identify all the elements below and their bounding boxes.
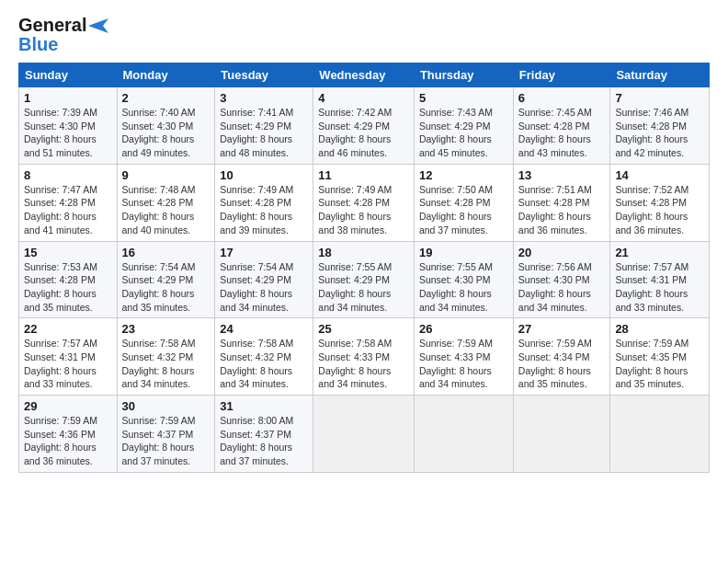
calendar-cell: 30Sunrise: 7:59 AM Sunset: 4:37 PM Dayli… — [117, 396, 215, 473]
day-info: Sunrise: 7:56 AM Sunset: 4:30 PM Dayligh… — [518, 260, 606, 315]
day-number: 9 — [122, 168, 210, 182]
day-number: 2 — [122, 91, 210, 105]
calendar-cell: 26Sunrise: 7:59 AM Sunset: 4:33 PM Dayli… — [414, 318, 513, 396]
calendar-cell: 16Sunrise: 7:54 AM Sunset: 4:29 PM Dayli… — [117, 241, 215, 318]
day-info: Sunrise: 7:58 AM Sunset: 4:33 PM Dayligh… — [318, 337, 409, 391]
logo-bird-icon — [88, 17, 108, 35]
day-number: 18 — [318, 246, 409, 259]
day-number: 21 — [615, 246, 704, 259]
day-number: 4 — [318, 91, 409, 105]
calendar-cell — [610, 396, 710, 473]
header: General Blue — [18, 15, 710, 55]
day-info: Sunrise: 7:55 AM Sunset: 4:30 PM Dayligh… — [419, 260, 508, 315]
day-number: 16 — [122, 246, 210, 259]
calendar-day-header: Saturday — [610, 63, 710, 87]
calendar-cell: 21Sunrise: 7:57 AM Sunset: 4:31 PM Dayli… — [610, 241, 710, 318]
calendar-cell: 13Sunrise: 7:51 AM Sunset: 4:28 PM Dayli… — [513, 164, 610, 241]
calendar-cell: 24Sunrise: 7:58 AM Sunset: 4:32 PM Dayli… — [215, 318, 313, 396]
day-number: 7 — [615, 91, 704, 105]
calendar-cell — [414, 396, 513, 473]
calendar-cell: 9Sunrise: 7:48 AM Sunset: 4:28 PM Daylig… — [117, 164, 215, 241]
day-number: 5 — [419, 91, 508, 105]
day-number: 24 — [220, 322, 308, 336]
calendar-day-header: Wednesday — [313, 63, 415, 87]
day-number: 25 — [318, 322, 409, 336]
day-number: 13 — [518, 168, 606, 182]
calendar-cell: 25Sunrise: 7:58 AM Sunset: 4:33 PM Dayli… — [313, 318, 415, 396]
calendar-cell: 15Sunrise: 7:53 AM Sunset: 4:28 PM Dayli… — [19, 241, 118, 318]
calendar-cell: 5Sunrise: 7:43 AM Sunset: 4:29 PM Daylig… — [414, 87, 513, 165]
calendar-header-row: SundayMondayTuesdayWednesdayThursdayFrid… — [19, 63, 710, 87]
day-number: 15 — [24, 246, 112, 259]
calendar-cell: 23Sunrise: 7:58 AM Sunset: 4:32 PM Dayli… — [117, 318, 215, 396]
day-info: Sunrise: 7:51 AM Sunset: 4:28 PM Dayligh… — [518, 183, 606, 237]
day-info: Sunrise: 7:58 AM Sunset: 4:32 PM Dayligh… — [220, 337, 308, 391]
day-number: 26 — [419, 322, 508, 336]
calendar-day-header: Sunday — [19, 63, 118, 87]
day-number: 6 — [518, 91, 606, 105]
calendar-cell: 29Sunrise: 7:59 AM Sunset: 4:36 PM Dayli… — [19, 396, 118, 473]
calendar-cell: 8Sunrise: 7:47 AM Sunset: 4:28 PM Daylig… — [19, 164, 118, 241]
calendar-cell: 20Sunrise: 7:56 AM Sunset: 4:30 PM Dayli… — [513, 241, 610, 318]
day-number: 3 — [220, 91, 308, 105]
day-number: 10 — [220, 168, 308, 182]
day-number: 22 — [24, 322, 112, 336]
calendar-cell: 7Sunrise: 7:46 AM Sunset: 4:28 PM Daylig… — [610, 87, 710, 165]
calendar-cell: 14Sunrise: 7:52 AM Sunset: 4:28 PM Dayli… — [610, 164, 710, 241]
day-info: Sunrise: 7:50 AM Sunset: 4:28 PM Dayligh… — [419, 183, 508, 237]
day-number: 17 — [220, 246, 308, 259]
day-info: Sunrise: 7:49 AM Sunset: 4:28 PM Dayligh… — [318, 183, 409, 237]
day-number: 23 — [122, 322, 210, 336]
day-info: Sunrise: 7:53 AM Sunset: 4:28 PM Dayligh… — [24, 260, 112, 315]
calendar-table: SundayMondayTuesdayWednesdayThursdayFrid… — [18, 63, 710, 473]
calendar-cell: 2Sunrise: 7:40 AM Sunset: 4:30 PM Daylig… — [117, 87, 215, 165]
page-container: General Blue SundayMondayTuesdayWednesda… — [0, 0, 728, 482]
logo-blue: Blue — [18, 34, 58, 55]
calendar-cell: 3Sunrise: 7:41 AM Sunset: 4:29 PM Daylig… — [215, 87, 313, 165]
calendar-cell: 12Sunrise: 7:50 AM Sunset: 4:28 PM Dayli… — [414, 164, 513, 241]
day-number: 30 — [122, 399, 210, 413]
calendar-cell: 19Sunrise: 7:55 AM Sunset: 4:30 PM Dayli… — [414, 241, 513, 318]
calendar-cell: 31Sunrise: 8:00 AM Sunset: 4:37 PM Dayli… — [215, 396, 313, 473]
logo-general: General — [18, 15, 86, 36]
calendar-cell: 4Sunrise: 7:42 AM Sunset: 4:29 PM Daylig… — [313, 87, 415, 165]
day-number: 1 — [24, 91, 112, 105]
calendar-cell — [313, 396, 415, 473]
calendar-cell: 28Sunrise: 7:59 AM Sunset: 4:35 PM Dayli… — [610, 318, 710, 396]
logo-block: General Blue — [18, 15, 108, 55]
day-info: Sunrise: 7:43 AM Sunset: 4:29 PM Dayligh… — [419, 106, 508, 160]
day-info: Sunrise: 7:55 AM Sunset: 4:29 PM Dayligh… — [318, 260, 409, 315]
day-info: Sunrise: 8:00 AM Sunset: 4:37 PM Dayligh… — [220, 414, 308, 468]
calendar-week-row: 22Sunrise: 7:57 AM Sunset: 4:31 PM Dayli… — [19, 318, 710, 396]
calendar-week-row: 8Sunrise: 7:47 AM Sunset: 4:28 PM Daylig… — [19, 164, 710, 241]
day-info: Sunrise: 7:45 AM Sunset: 4:28 PM Dayligh… — [518, 106, 606, 160]
calendar-week-row: 1Sunrise: 7:39 AM Sunset: 4:30 PM Daylig… — [19, 87, 710, 165]
day-info: Sunrise: 7:47 AM Sunset: 4:28 PM Dayligh… — [24, 183, 112, 237]
logo: General Blue — [18, 15, 108, 55]
calendar-cell: 10Sunrise: 7:49 AM Sunset: 4:28 PM Dayli… — [215, 164, 313, 241]
day-number: 27 — [518, 322, 606, 336]
day-info: Sunrise: 7:59 AM Sunset: 4:35 PM Dayligh… — [615, 337, 704, 391]
calendar-day-header: Friday — [513, 63, 610, 87]
calendar-week-row: 15Sunrise: 7:53 AM Sunset: 4:28 PM Dayli… — [19, 241, 710, 318]
calendar-cell: 18Sunrise: 7:55 AM Sunset: 4:29 PM Dayli… — [313, 241, 415, 318]
day-info: Sunrise: 7:42 AM Sunset: 4:29 PM Dayligh… — [318, 106, 409, 160]
day-number: 8 — [24, 168, 112, 182]
day-number: 19 — [419, 246, 508, 259]
day-info: Sunrise: 7:57 AM Sunset: 4:31 PM Dayligh… — [24, 337, 112, 391]
day-info: Sunrise: 7:58 AM Sunset: 4:32 PM Dayligh… — [122, 337, 210, 391]
calendar-cell: 11Sunrise: 7:49 AM Sunset: 4:28 PM Dayli… — [313, 164, 415, 241]
day-info: Sunrise: 7:49 AM Sunset: 4:28 PM Dayligh… — [220, 183, 308, 237]
calendar-cell — [513, 396, 610, 473]
day-number: 28 — [615, 322, 704, 336]
svg-marker-0 — [88, 18, 108, 33]
calendar-week-row: 29Sunrise: 7:59 AM Sunset: 4:36 PM Dayli… — [19, 396, 710, 473]
calendar-cell: 27Sunrise: 7:59 AM Sunset: 4:34 PM Dayli… — [513, 318, 610, 396]
day-number: 11 — [318, 168, 409, 182]
day-info: Sunrise: 7:59 AM Sunset: 4:37 PM Dayligh… — [122, 414, 210, 468]
day-info: Sunrise: 7:54 AM Sunset: 4:29 PM Dayligh… — [122, 260, 210, 315]
calendar-cell: 17Sunrise: 7:54 AM Sunset: 4:29 PM Dayli… — [215, 241, 313, 318]
day-info: Sunrise: 7:59 AM Sunset: 4:36 PM Dayligh… — [24, 414, 112, 468]
day-info: Sunrise: 7:41 AM Sunset: 4:29 PM Dayligh… — [220, 106, 308, 160]
day-number: 14 — [615, 168, 704, 182]
